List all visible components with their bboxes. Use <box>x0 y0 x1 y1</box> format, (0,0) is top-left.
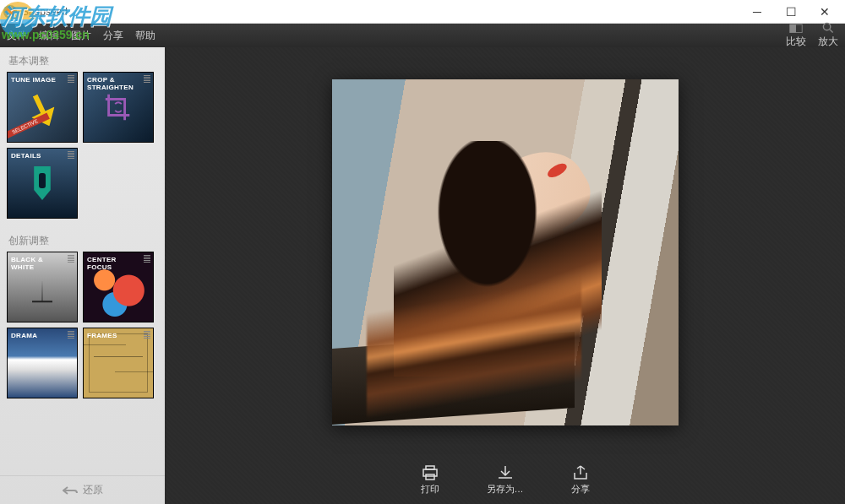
svg-line-3 <box>830 30 833 33</box>
grip-icon <box>68 331 74 339</box>
print-icon <box>422 465 439 480</box>
grip-icon <box>144 255 150 263</box>
tool-drama[interactable]: DRAMA <box>7 328 78 398</box>
tool-center-focus[interactable]: CENTER FOCUS <box>83 252 154 322</box>
tool-details[interactable]: DETAILS <box>7 148 78 219</box>
menu-edit[interactable]: 编辑 <box>39 29 59 43</box>
grip-icon <box>144 331 150 339</box>
section-creative-title: 创新调整 <box>0 227 165 252</box>
share-icon <box>572 465 589 480</box>
window-titlebar: Snapseed ─ ☐ ✕ <box>0 0 845 24</box>
tool-crop-straighten[interactable]: CROP & STRAIGHTEN <box>83 72 154 143</box>
maximize-button[interactable]: ☐ <box>774 0 808 24</box>
crop-icon <box>102 91 134 123</box>
revert-button[interactable]: 还原 <box>0 475 165 504</box>
tools-sidebar: 基本调整 TUNE IMAGE CROP & STRAIGHTEN DETAIL… <box>0 47 165 504</box>
section-basic-title: 基本调整 <box>0 47 165 72</box>
svg-rect-6 <box>426 474 434 480</box>
undo-arrow-icon <box>63 485 78 496</box>
compare-icon <box>789 22 803 34</box>
svg-point-2 <box>823 23 830 30</box>
compare-button[interactable]: 比较 <box>786 22 806 49</box>
bottom-actions: 打印 另存为… 分享 <box>421 457 590 504</box>
tool-frames[interactable]: FRAMES <box>83 328 154 398</box>
magnify-icon <box>821 22 835 34</box>
menu-file[interactable]: 文件 <box>7 29 27 43</box>
menu-share[interactable]: 分享 <box>103 29 123 43</box>
grip-icon <box>68 151 74 160</box>
menu-help[interactable]: 帮助 <box>135 29 155 43</box>
zoom-button[interactable]: 放大 <box>818 22 838 49</box>
close-button[interactable]: ✕ <box>808 0 842 24</box>
edited-photo[interactable] <box>332 79 679 425</box>
tool-black-white[interactable]: BLACK & WHITE <box>7 252 78 322</box>
canvas-area: 打印 另存为… 分享 <box>165 47 845 504</box>
print-button[interactable]: 打印 <box>421 465 439 496</box>
grip-icon <box>68 75 74 84</box>
svg-rect-1 <box>790 24 796 33</box>
minimize-button[interactable]: ─ <box>740 0 774 24</box>
grip-icon <box>144 75 150 84</box>
menu-image[interactable]: 图片 <box>71 29 91 43</box>
tool-tune-image[interactable]: TUNE IMAGE <box>7 72 78 143</box>
app-icon <box>3 5 17 19</box>
menu-bar: 文件 编辑 图片 分享 帮助 比较 放大 <box>0 24 845 47</box>
save-as-button[interactable]: 另存为… <box>487 465 524 496</box>
grip-icon <box>68 255 74 263</box>
window-title: Snapseed <box>22 6 740 18</box>
share-button[interactable]: 分享 <box>571 465 590 496</box>
download-icon <box>497 465 514 480</box>
